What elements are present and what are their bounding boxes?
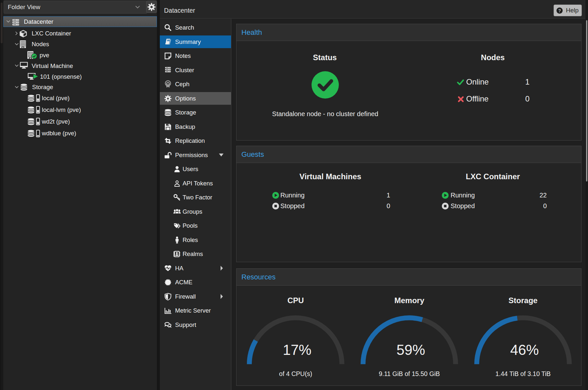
svg-text:?: ? xyxy=(558,8,561,13)
